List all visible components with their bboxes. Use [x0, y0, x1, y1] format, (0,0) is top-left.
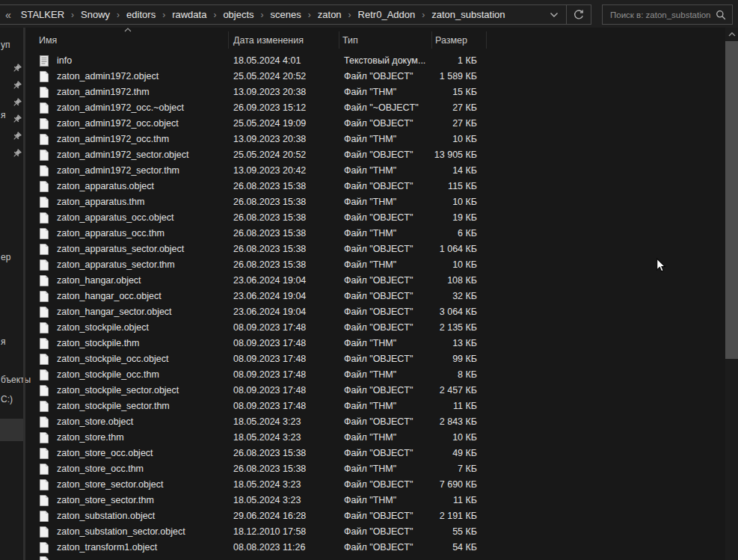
file-row[interactable]: zaton_admin1972.object 25.05.2024 20:52 … — [27, 69, 725, 84]
file-date: 13.09.2023 20:38 — [233, 87, 306, 97]
scroll-up-button[interactable] — [725, 28, 738, 41]
pin-icon[interactable] — [12, 149, 22, 159]
pin-icon[interactable] — [12, 98, 22, 108]
file-row[interactable]: zaton_transform1.object 08.08.2023 11:26… — [27, 540, 725, 556]
pin-icon[interactable] — [12, 132, 22, 141]
breadcrumb-separator-icon: › — [256, 10, 268, 20]
file-row[interactable]: info 18.05.2024 4:01 Текстовый докум... … — [27, 53, 725, 69]
file-row[interactable]: zaton_store_occ.thm 26.08.2023 15:38 Фай… — [27, 461, 725, 477]
file-size: 2 191 КБ — [386, 511, 477, 521]
breadcrumb-item[interactable]: editors — [124, 9, 158, 20]
file-row[interactable]: zaton_hangar.object 23.06.2024 19:04 Фай… — [27, 273, 725, 289]
breadcrumb-item[interactable]: STALKER — [19, 9, 67, 20]
file-name: zaton_store_sector.object — [57, 479, 163, 490]
file-row[interactable]: zaton_substation_sector.object 18.12.201… — [27, 524, 725, 540]
file-row[interactable]: zaton_store_occ.object 26.08.2023 15:38 … — [27, 446, 725, 461]
file-row[interactable]: zaton_apparatus.thm 26.08.2023 15:38 Фай… — [27, 194, 725, 210]
breadcrumb-overflow-icon[interactable]: « — [5, 9, 11, 21]
breadcrumb-item[interactable]: rawdata — [170, 9, 209, 20]
breadcrumb-item[interactable]: scenes — [268, 9, 304, 20]
search-input[interactable] — [609, 10, 716, 20]
column-header-size[interactable]: Размер — [435, 35, 467, 46]
file-icon — [40, 165, 49, 176]
sidebar-item-drive-c[interactable]: C:) — [1, 394, 13, 404]
file-row[interactable]: zaton_admin1972_sector.object 25.05.2024… — [27, 147, 725, 163]
file-icon — [40, 479, 49, 490]
file-date: 18.05.2024 3:23 — [233, 495, 301, 505]
file-row[interactable]: zaton_apparatus.object 26.08.2023 15:38 … — [27, 179, 725, 194]
search-box[interactable] — [602, 4, 733, 25]
column-separator[interactable] — [431, 31, 432, 49]
file-size: 15 КБ — [386, 87, 477, 97]
file-row[interactable]: zaton_admin1972_occ.thm 13.09.2023 20:38… — [27, 132, 725, 147]
address-bar[interactable]: « STALKER › Snowy › editors › rawdata › … — [0, 4, 591, 25]
file-icon — [40, 338, 49, 349]
column-separator[interactable] — [486, 31, 487, 49]
file-row[interactable]: zaton_apparatus_sector.thm 26.08.2023 15… — [27, 257, 725, 273]
file-row[interactable]: zaton_admin1972_occ.~object 26.09.2023 1… — [27, 100, 725, 116]
sidebar-item-pinned[interactable]: я — [1, 110, 6, 120]
column-header-type[interactable]: Тип — [342, 35, 358, 46]
file-row[interactable]: zaton_store.thm 18.05.2024 3:23 Файл "TH… — [27, 430, 725, 446]
file-name: zaton_store.object — [57, 416, 133, 427]
sidebar-item-quick-access[interactable]: уп — [1, 40, 10, 50]
file-date: 26.08.2023 15:38 — [233, 464, 306, 474]
file-row[interactable]: zaton_apparatus_occ.object 26.08.2023 15… — [27, 210, 725, 226]
file-size: 2 135 КБ — [386, 322, 477, 333]
pin-icon[interactable] — [12, 64, 22, 73]
file-icon — [40, 87, 49, 98]
file-date: 13.09.2023 20:38 — [233, 134, 306, 144]
column-separator[interactable] — [339, 31, 339, 49]
file-row[interactable]: zaton_stockpile.thm 08.09.2023 17:48 Фай… — [27, 336, 725, 351]
pin-icon[interactable] — [12, 114, 22, 124]
file-name: zaton_apparatus_occ.thm — [57, 228, 164, 239]
file-row[interactable]: zaton_apparatus_occ.thm 26.08.2023 15:38… — [27, 226, 725, 241]
file-size: 99 КБ — [386, 354, 477, 364]
file-row[interactable]: zaton_stockpile_occ.object 08.09.2023 17… — [27, 351, 725, 367]
file-date: 26.09.2023 15:12 — [233, 102, 306, 113]
column-header-name[interactable]: Имя — [39, 35, 57, 46]
file-date: 25.05.2024 20:52 — [233, 150, 306, 160]
search-icon[interactable] — [716, 10, 726, 20]
pin-icon[interactable] — [12, 81, 22, 90]
refresh-button[interactable] — [567, 5, 591, 24]
file-date: 26.08.2023 15:38 — [233, 259, 306, 270]
file-row[interactable]: zaton_stockpile_sector.thm 08.09.2023 17… — [27, 399, 725, 414]
sidebar-selected-item[interactable] — [0, 419, 25, 441]
breadcrumb-item[interactable]: Retr0_Addon — [356, 9, 418, 20]
file-row[interactable]: zaton_store.object 18.05.2024 3:23 Файл … — [27, 414, 725, 430]
file-name: zaton_transform1.object — [57, 542, 157, 553]
file-name: zaton_admin1972.thm — [57, 87, 150, 97]
file-row[interactable]: zaton_store_sector.thm 18.05.2024 3:23 Ф… — [27, 493, 725, 508]
file-name: info — [57, 55, 72, 66]
file-row[interactable]: zaton_substation.object 29.06.2024 16:28… — [27, 508, 725, 524]
file-date: 18.05.2024 4:01 — [233, 55, 301, 66]
file-row[interactable]: zaton_stockpile_occ.thm 08.09.2023 17:48… — [27, 367, 725, 383]
file-row[interactable]: zaton_hangar_occ.object 23.06.2024 19:04… — [27, 289, 725, 304]
breadcrumb-separator-icon: › — [304, 10, 316, 20]
file-row[interactable]: zaton_store_sector.object 18.05.2024 3:2… — [27, 477, 725, 493]
breadcrumb-item[interactable]: zaton — [316, 9, 344, 20]
breadcrumb-item[interactable]: objects — [221, 9, 256, 20]
column-header-date[interactable]: Дата изменения — [233, 35, 304, 46]
file-row[interactable]: zaton_admin1972.thm 13.09.2023 20:38 Фай… — [27, 84, 725, 100]
file-icon — [40, 181, 49, 192]
vertical-scrollbar[interactable] — [725, 28, 738, 560]
file-row[interactable]: zaton_admin1972_sector.thm 13.09.2023 20… — [27, 163, 725, 179]
address-dropdown-button[interactable] — [542, 5, 566, 24]
file-date: 26.08.2023 15:38 — [233, 181, 306, 191]
breadcrumb-item-current[interactable]: zaton_substation — [429, 9, 507, 20]
file-row[interactable]: zaton_apparatus_sector.object 26.08.2023… — [27, 241, 725, 257]
file-size: 10 КБ — [386, 197, 477, 207]
file-row[interactable]: zaton_admin1972_occ.object 25.05.2024 19… — [27, 116, 725, 132]
sidebar-item-this-pc[interactable]: ер — [1, 252, 10, 262]
file-row[interactable]: zaton_stockpile_sector.object 08.09.2023… — [27, 383, 725, 399]
breadcrumb-item[interactable]: Snowy — [79, 9, 112, 20]
file-icon — [40, 71, 49, 82]
chevron-down-icon — [550, 12, 559, 18]
sidebar-item-folder[interactable]: я — [1, 336, 6, 347]
column-separator[interactable] — [228, 31, 229, 49]
file-row[interactable]: zaton_hangar_sector.object 23.06.2024 19… — [27, 304, 725, 320]
file-row[interactable]: zaton_stockpile.object 08.09.2023 17:48 … — [27, 320, 725, 336]
scrollbar-thumb[interactable] — [725, 41, 738, 359]
